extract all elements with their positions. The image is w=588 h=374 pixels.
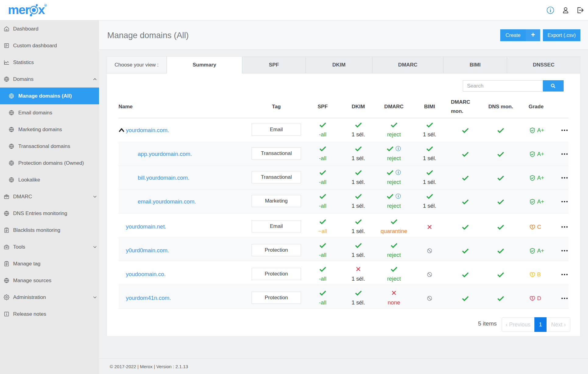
svg-text:R: R	[45, 4, 46, 6]
svg-text:i: i	[550, 8, 551, 13]
svg-text:mer: mer	[8, 3, 30, 17]
svg-text:x: x	[38, 3, 45, 17]
